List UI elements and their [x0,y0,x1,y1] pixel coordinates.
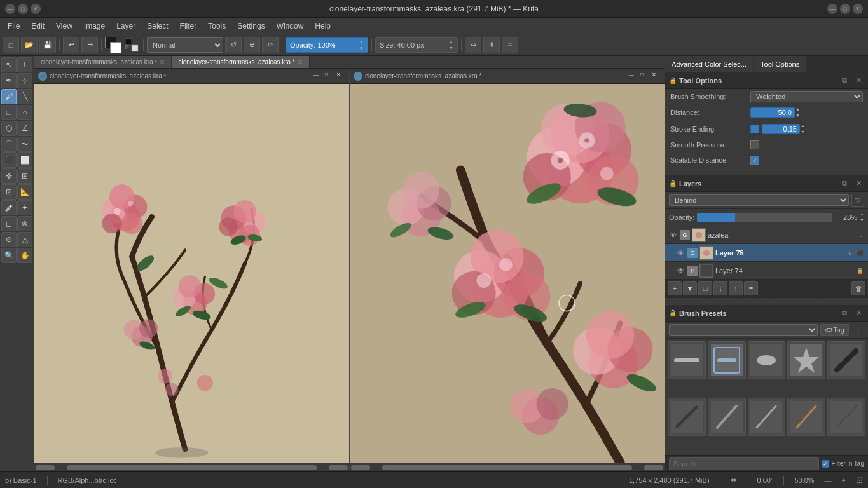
brush-tag-select[interactable] [669,324,818,336]
left-window-minimize[interactable]: — [313,72,322,81]
eyedropper-btn[interactable]: 💉 [1,200,17,215]
add-layer-btn[interactable]: + [668,281,682,295]
angle-ruler-btn[interactable]: △ [17,232,32,247]
transform-btn[interactable]: ⌗ [502,37,518,53]
polyline-tool-btn[interactable]: ∠ [17,121,32,136]
pan-tool-btn[interactable]: ✋ [17,248,32,263]
brush-search-input[interactable] [669,458,819,470]
contiguous-select-btn[interactable]: ⊹ [17,73,32,88]
mirror-v-btn[interactable]: ⇕ [483,37,500,53]
bezier-tool-btn[interactable]: ⌒ [1,137,17,152]
delete-layer-btn[interactable]: 🗑 [851,281,865,295]
smart-patch-btn[interactable]: ✦ [17,200,32,215]
win-minimize-btn[interactable]: — [5,4,15,14]
brush-preset-2[interactable] [708,341,746,379]
brush-preset-9[interactable] [787,398,825,436]
brush-preset-4[interactable] [787,341,825,379]
smooth-pressure-checkbox[interactable] [750,140,759,149]
canvas-tab-2[interactable]: clonelayer-transformmasks_azaleas.kra * … [172,56,309,68]
transform2-tool-btn[interactable]: ⊞ [17,168,32,184]
layers-opacity-slider[interactable] [697,213,832,222]
menu-image[interactable]: Image [79,20,110,32]
brush-preset-6[interactable] [668,398,706,436]
move-tool-btn[interactable]: ✛ [1,168,17,184]
layer-item-74[interactable]: 👁 P Layer 74 🔒 [665,262,868,280]
win-restore-btn[interactable]: □ [18,4,28,14]
select-tool-btn[interactable]: ↖ [1,57,17,72]
right-canvas-scrollbar-h[interactable] [350,463,665,471]
reset-blend-btn[interactable]: ↺ [225,37,242,53]
color-swatch[interactable] [105,37,121,53]
layer-eye-75[interactable]: 👁 [675,248,685,258]
brush-tag-options-btn[interactable]: ⋮ [851,323,864,336]
canvas-tab-1-close[interactable]: ✕ [160,58,165,65]
undo-btn[interactable]: ↩ [63,37,79,53]
layers-filter-btn[interactable]: ▽ [851,194,864,207]
menu-view[interactable]: View [51,20,78,32]
new-doc-btn[interactable]: □ [3,37,19,53]
left-window-restore[interactable]: □ [325,72,334,81]
stroke-ending-input[interactable] [762,124,800,134]
brush-presets-float-btn[interactable]: ⧉ [839,308,850,319]
menu-edit[interactable]: Edit [26,20,50,32]
app-minimize-btn[interactable]: — [827,4,837,14]
duplicate-layer-btn[interactable]: □ [698,281,712,295]
brush-preset-8[interactable] [748,398,786,436]
line-tool-btn[interactable]: ╲ [17,89,32,104]
tag-btn[interactable]: 🏷 Tag [820,324,849,336]
brush-preset-1[interactable] [668,341,706,379]
menu-tools[interactable]: Tools [203,20,231,32]
canvas-tab-2-close[interactable]: ✕ [298,58,303,65]
menu-settings[interactable]: Settings [232,20,270,32]
distance-input[interactable] [750,107,795,118]
save-btn[interactable]: 💾 [39,37,56,53]
zoom-plus-btn[interactable]: + [842,477,846,484]
lasso-select-btn[interactable]: ⊙ [1,232,17,247]
layer-options-btn[interactable]: ≡ [744,281,758,295]
scalable-distance-checkbox[interactable]: ✓ [750,156,759,165]
add-layer-dropdown-btn[interactable]: ▼ [683,281,697,295]
zoom-tool-btn[interactable]: 🔍 [1,248,17,263]
left-canvas-scrollbar-h[interactable] [34,463,349,471]
layer-eye-azalea[interactable]: 👁 [668,230,678,240]
right-window-close[interactable]: ✕ [652,72,661,81]
canvas-tab-1[interactable]: clonelayer-transformmasks_azaleas.kra * … [34,56,172,68]
move-down-btn[interactable]: ↓ [713,281,727,295]
menu-help[interactable]: Help [310,20,336,32]
gradient-tool-btn[interactable]: ⬜ [17,152,32,168]
layer-item-azalea[interactable]: 👁 G azalea α [665,226,868,244]
blend-mode-select[interactable]: Normal [147,37,223,53]
tab-advanced-color[interactable]: Advanced Color Selec... [665,56,754,72]
win-close-btn[interactable]: ✕ [31,4,41,14]
menu-window[interactable]: Window [272,20,309,32]
redo-btn[interactable]: ↪ [81,37,98,53]
brush-preset-7[interactable] [708,398,746,436]
app-maximize-btn[interactable]: □ [840,4,850,14]
tab-tool-options[interactable]: Tool Options [754,56,806,72]
menu-select[interactable]: Select [142,20,173,32]
left-canvas[interactable] [34,84,349,463]
move-up-btn[interactable]: ↑ [729,281,743,295]
size-stepper[interactable]: ▲▼ [449,39,453,51]
panel-drag-handle-2[interactable]: · · · · · · · · · · · · · · · · · · · · … [665,298,868,305]
brush-tool-btn[interactable]: 🖌 [1,89,17,104]
preserve-alpha-btn[interactable]: ⊕ [244,37,260,53]
filter-in-tag-checkbox[interactable]: ✓ [822,460,829,468]
layers-close-btn[interactable]: ✕ [853,178,864,189]
tool-options-float-btn[interactable]: ⧉ [839,75,850,86]
ruler-tool-btn[interactable]: 📐 [17,184,32,200]
right-window-restore[interactable]: □ [640,72,649,81]
brush-preset-10[interactable] [827,398,865,436]
left-window-close[interactable]: ✕ [336,72,345,81]
brush-preset-5[interactable] [827,341,865,379]
menu-file[interactable]: File [3,20,25,32]
refresh-btn[interactable]: ⟳ [262,37,279,53]
app-close-btn[interactable]: ✕ [853,4,863,14]
layers-float-btn[interactable]: ⧉ [839,178,850,189]
eraser-btn[interactable]: ◻ [1,216,17,231]
distance-stepper[interactable]: ▲▼ [796,106,800,119]
right-canvas[interactable] [350,84,665,463]
layer-item-75[interactable]: 👁 C Layer 75 α ⬛ [665,244,868,262]
brush-smoothing-select[interactable]: Weighted [750,91,863,102]
zoom-minus-btn[interactable]: — [825,477,832,484]
